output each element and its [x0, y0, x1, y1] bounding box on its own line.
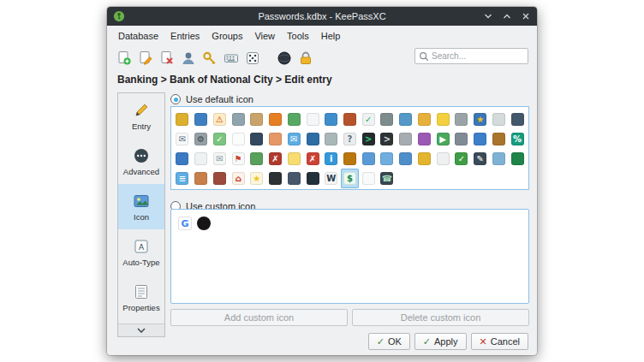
delete-entry-button[interactable]	[157, 48, 176, 68]
apply-button[interactable]: ✓ Apply	[414, 333, 467, 350]
sidebar-item-entry[interactable]: Entry	[118, 93, 164, 139]
default-icon-paper-ready[interactable]: ✓	[359, 110, 378, 129]
default-icon-archive[interactable]	[489, 129, 508, 149]
search-input[interactable]	[432, 51, 524, 61]
default-icon-screen[interactable]	[247, 129, 266, 149]
default-icon-info[interactable]: i	[322, 149, 341, 169]
use-default-icon-option[interactable]: Use default icon	[170, 92, 529, 106]
default-icon-world[interactable]	[192, 110, 211, 129]
default-icon-program-icons[interactable]	[415, 129, 434, 149]
default-icon-clipboard[interactable]	[247, 110, 266, 129]
default-icon-gear[interactable]: ⚙	[192, 129, 211, 149]
default-icon-paper-question[interactable]: ?	[341, 129, 360, 149]
search-field[interactable]	[414, 48, 528, 64]
sidebar-item-auto-type[interactable]: A Auto-Type	[118, 229, 164, 275]
default-icon-clock[interactable]	[192, 149, 211, 169]
default-icon-memory[interactable]	[247, 149, 266, 169]
sidebar-scroll-down-button[interactable]	[118, 323, 164, 336]
copy-password-button[interactable]	[200, 48, 219, 68]
new-entry-button[interactable]	[114, 48, 134, 68]
default-icon-printer[interactable]	[397, 129, 415, 149]
default-icon-note[interactable]	[284, 149, 303, 169]
default-icon-money[interactable]: $	[341, 169, 360, 188]
close-button[interactable]	[520, 10, 532, 22]
default-icon-tool[interactable]	[210, 169, 229, 188]
ok-button[interactable]: ✓ OK	[368, 333, 410, 350]
default-icon-folder[interactable]	[359, 149, 378, 169]
default-icon-certificate[interactable]	[359, 169, 378, 188]
default-icon-paper-new[interactable]	[229, 129, 247, 149]
default-icon-notepad[interactable]	[303, 110, 322, 129]
default-icon-package[interactable]	[341, 149, 360, 169]
minimize-button[interactable]	[482, 10, 494, 22]
default-icon-camera[interactable]	[378, 110, 397, 129]
copy-username-button[interactable]	[178, 48, 198, 68]
default-icon-homebanking[interactable]: %	[508, 129, 527, 149]
menu-tools[interactable]: Tools	[281, 28, 315, 44]
perform-autotype-button[interactable]	[221, 48, 241, 68]
default-icon-energy-careful[interactable]	[266, 129, 285, 149]
default-icon-scanner[interactable]	[452, 110, 471, 129]
default-icon-network-server[interactable]	[229, 110, 247, 129]
default-icon-energy[interactable]	[433, 110, 452, 129]
default-icon-key[interactable]	[173, 110, 192, 129]
delete-custom-icon-button[interactable]: Delete custom icon	[352, 309, 529, 326]
menu-entries[interactable]: Entries	[164, 28, 206, 44]
titlebar[interactable]: Passwords.kdbx - KeePassXC	[107, 7, 537, 26]
default-icon-checked[interactable]: ✓	[452, 149, 471, 169]
default-icon-paper-flag[interactable]: ⚑	[229, 149, 247, 169]
default-icon-tux[interactable]	[266, 169, 285, 188]
sidebar-item-advanced[interactable]: Advanced	[118, 139, 164, 184]
default-icon-user-communication[interactable]	[266, 110, 285, 129]
default-icon-home[interactable]: ⌂	[229, 169, 247, 188]
password-generator-button[interactable]	[242, 48, 262, 68]
default-icon-settings-wrench[interactable]	[452, 129, 471, 149]
default-icon-world-socket[interactable]	[322, 110, 341, 129]
default-icon-trash-bin[interactable]: ✗	[266, 149, 285, 169]
sidebar-item-icon[interactable]: Icon	[118, 184, 164, 229]
default-icon-monitor[interactable]	[508, 110, 527, 129]
default-icon-clipboard-check[interactable]: ✓	[210, 129, 229, 149]
default-icon-book[interactable]	[508, 149, 527, 169]
default-icon-folder-open[interactable]	[378, 149, 397, 169]
default-icon-parts[interactable]	[284, 110, 303, 129]
add-custom-icon-button[interactable]: Add custom icon	[170, 309, 348, 326]
settings-button[interactable]	[274, 48, 294, 68]
default-icon-phone[interactable]: ☎	[378, 169, 397, 188]
sidebar-item-properties[interactable]: Properties	[118, 275, 164, 320]
cancel-button[interactable]: ✕ Cancel	[471, 333, 528, 350]
default-icon-world-star[interactable]: ★	[471, 110, 490, 129]
default-icon-feather[interactable]	[284, 169, 303, 188]
default-icon-warning[interactable]: ⚠	[210, 110, 229, 129]
default-icon-cd-rom[interactable]	[489, 110, 508, 129]
default-icon-multi-keys[interactable]	[415, 110, 434, 129]
maximize-button[interactable]	[501, 10, 513, 22]
default-icon-list[interactable]: ≡	[173, 169, 192, 188]
default-icon-email[interactable]: ✉	[173, 129, 192, 149]
default-icon-terminal-encrypted[interactable]: >	[359, 129, 378, 149]
default-icon-expired[interactable]: ✗	[303, 149, 322, 169]
default-icon-apple[interactable]	[303, 169, 322, 188]
menu-help[interactable]: Help	[315, 28, 347, 44]
default-icon-ir-communication[interactable]	[397, 110, 415, 129]
default-icon-world-computer[interactable]	[471, 129, 490, 149]
default-icon-run[interactable]: ▶	[433, 129, 452, 149]
default-icon-drive[interactable]	[322, 129, 341, 149]
default-icon-drive-windows[interactable]	[173, 149, 192, 169]
custom-icon-google[interactable]: G	[178, 217, 192, 230]
default-icon-user-key[interactable]	[192, 169, 211, 188]
default-icon-folder-package[interactable]	[397, 149, 415, 169]
default-icon-thumbnail[interactable]	[489, 149, 508, 169]
lock-database-button[interactable]	[295, 48, 315, 68]
default-icon-identity[interactable]	[341, 110, 360, 129]
default-icon-console[interactable]: >	[378, 129, 397, 149]
edit-entry-button[interactable]	[135, 48, 155, 68]
default-icon-wiki[interactable]: W	[322, 169, 341, 188]
default-icon-email-box[interactable]: ✉	[284, 129, 303, 149]
custom-icon-github[interactable]	[197, 217, 211, 230]
default-icon-email-search[interactable]: ✉	[210, 149, 229, 169]
default-icon-radio[interactable]	[170, 94, 181, 104]
default-icon-pen[interactable]: ✎	[471, 149, 490, 169]
default-icon-lock-open[interactable]	[415, 149, 434, 169]
menu-groups[interactable]: Groups	[206, 28, 248, 44]
